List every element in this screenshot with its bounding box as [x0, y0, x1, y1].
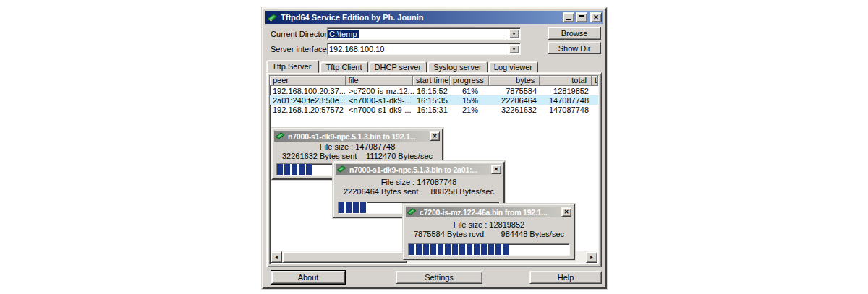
column-header-bytes[interactable]: bytes	[489, 76, 540, 86]
cell-progress: 21%	[451, 105, 490, 114]
minimize-button[interactable]	[563, 12, 574, 22]
transfer-popup: c7200-is-mz.122-46a.bin from 192.1... ✕ …	[403, 204, 575, 260]
popup-titlebar[interactable]: c7200-is-mz.122-46a.bin from 192.1... ✕	[406, 207, 572, 217]
app-icon	[275, 131, 286, 141]
chevron-down-icon: ▼	[512, 47, 516, 51]
cell-bytes: 32261632	[490, 105, 541, 114]
popup-rate: 888258 Bytes/sec	[431, 187, 494, 196]
column-header-ti[interactable]: ti	[592, 76, 598, 86]
show-dir-button[interactable]: Show Dir	[548, 42, 601, 54]
popup-bytes-sent: 32261632 Bytes sent	[282, 152, 357, 160]
popup-progress-fill	[277, 164, 312, 175]
cell-total: 147087748	[541, 96, 593, 105]
popup-title: n7000-s1-dk9-npe.5.1.3.bin to 192.1...	[288, 132, 430, 141]
popup-bytes-sent: 7875584 Bytes rcvd	[414, 230, 484, 238]
help-button[interactable]: Help	[529, 271, 602, 284]
cell-bytes: 22206464	[490, 96, 541, 105]
popup-titlebar[interactable]: n7000-s1-dk9-npe.5.1.3.bin to 2a01:... ✕	[336, 164, 502, 175]
close-icon: ✕	[494, 166, 499, 173]
settings-button[interactable]: Settings	[396, 271, 482, 284]
cell-peer: 2a01:240:fe23:50e...	[270, 96, 346, 105]
popup-bytes-sent: 22206464 Bytes sent	[344, 187, 418, 196]
about-button[interactable]: About	[271, 271, 345, 284]
scroll-left-icon: ◄	[274, 255, 278, 259]
app-icon	[407, 207, 417, 217]
app-icon	[336, 165, 347, 174]
cell-file: <n7000-s1-dk9-...	[346, 105, 414, 114]
cell-bytes: 7875584	[490, 87, 541, 95]
tab-tftp-server[interactable]: Tftp Server	[266, 60, 319, 73]
popup-progress-fill	[409, 244, 509, 255]
cell-start: 16:15:35	[414, 96, 451, 105]
browse-button-label: Browse	[561, 29, 588, 38]
popup-rate: 1112470 Bytes/sec	[366, 152, 433, 160]
server-interface-dropdown-button[interactable]: ▼	[509, 44, 519, 53]
tab-tftp-client[interactable]: Tftp Client	[320, 61, 367, 73]
server-interface-value: 192.168.100.10	[328, 45, 509, 53]
popup-close-button[interactable]: ✕	[561, 207, 571, 217]
cell-progress: 61%	[451, 87, 490, 95]
table-row[interactable]: 192.168.100.20:37... >c7200-is-mz.12... …	[270, 86, 598, 95]
server-interface-combobox[interactable]: 192.168.100.10 ▼	[327, 43, 521, 55]
cell-file: >c7200-is-mz.12...	[346, 87, 414, 95]
cell-peer: 192.168.1.20:57572	[270, 105, 346, 114]
current-directory-dropdown-button[interactable]: ▼	[509, 29, 519, 38]
maximize-button[interactable]	[576, 12, 587, 22]
tab-bar: Tftp Server Tftp Client DHCP server Sysl…	[268, 60, 539, 73]
column-header-start[interactable]: start time	[413, 76, 450, 86]
column-header-peer[interactable]: peer	[270, 76, 346, 86]
popup-title: n7000-s1-dk9-npe.5.1.3.bin to 2a01:...	[349, 165, 491, 174]
scroll-left-button[interactable]: ◄	[271, 251, 282, 263]
chevron-down-icon: ▼	[512, 32, 516, 36]
column-header-file[interactable]: file	[346, 76, 414, 86]
popup-close-button[interactable]: ✕	[491, 165, 501, 174]
close-button[interactable]: ✕	[590, 12, 602, 22]
transfers-list-header: peer file start time progress bytes tota…	[270, 76, 598, 86]
close-icon: ✕	[564, 209, 569, 215]
server-interface-label: Server interface	[271, 45, 327, 53]
tab-log-viewer[interactable]: Log viewer	[488, 61, 538, 73]
popup-titlebar[interactable]: n7000-s1-dk9-npe.5.1.3.bin to 192.1... ✕	[274, 131, 441, 142]
current-directory-label: Current Directory	[271, 30, 331, 38]
popup-file-size: File size : 12819852	[404, 220, 574, 229]
cell-progress: 15%	[451, 96, 490, 105]
scroll-right-icon: ►	[590, 255, 594, 259]
popup-progress-bar	[408, 243, 570, 256]
popup-title: c7200-is-mz.122-46a.bin from 192.1...	[420, 208, 561, 217]
popup-close-button[interactable]: ✕	[430, 131, 440, 141]
cell-start: 16:15:52	[414, 87, 451, 95]
tab-dhcp-server[interactable]: DHCP server	[369, 61, 427, 73]
cell-peer: 192.168.100.20:37...	[270, 87, 346, 95]
help-button-label: Help	[558, 273, 574, 282]
titlebar[interactable]: Tftpd64 Service Edition by Ph. Jounin ✕	[265, 11, 603, 24]
about-button-label: About	[298, 273, 319, 282]
current-directory-value: C:\temp	[328, 30, 359, 38]
window-title: Tftpd64 Service Edition by Ph. Jounin	[281, 13, 561, 22]
popup-rate: 984448 Bytes/sec	[501, 230, 564, 238]
cell-start: 16:15:31	[414, 105, 451, 114]
table-row[interactable]: 192.168.1.20:57572 <n7000-s1-dk9-... 16:…	[270, 105, 598, 114]
scrollbar-thumb[interactable]	[282, 251, 407, 263]
app-icon	[267, 13, 278, 22]
tab-syslog-server[interactable]: Syslog server	[427, 61, 488, 73]
minimize-icon	[566, 14, 571, 20]
cell-total: 147087748	[541, 105, 593, 114]
current-directory-combobox[interactable]: C:\temp ▼	[327, 27, 521, 40]
popup-progress-fill	[339, 202, 367, 213]
scroll-right-button[interactable]: ►	[586, 251, 597, 263]
column-header-progress[interactable]: progress	[450, 76, 489, 86]
show-dir-button-label: Show Dir	[558, 44, 591, 53]
popup-file-size: File size : 147087748	[334, 178, 503, 186]
cell-file: <n7000-s1-dk9-...	[346, 96, 414, 105]
popup-file-size: File size : 147087748	[273, 142, 442, 151]
settings-button-label: Settings	[425, 273, 454, 282]
maximize-icon	[579, 15, 584, 20]
close-icon: ✕	[593, 14, 599, 21]
table-row[interactable]: 2a01:240:fe23:50e... <n7000-s1-dk9-... 1…	[270, 95, 598, 105]
cell-total: 12819852	[541, 87, 593, 95]
close-icon: ✕	[433, 133, 438, 139]
column-header-total[interactable]: total	[540, 76, 592, 86]
browse-button[interactable]: Browse	[548, 27, 601, 40]
